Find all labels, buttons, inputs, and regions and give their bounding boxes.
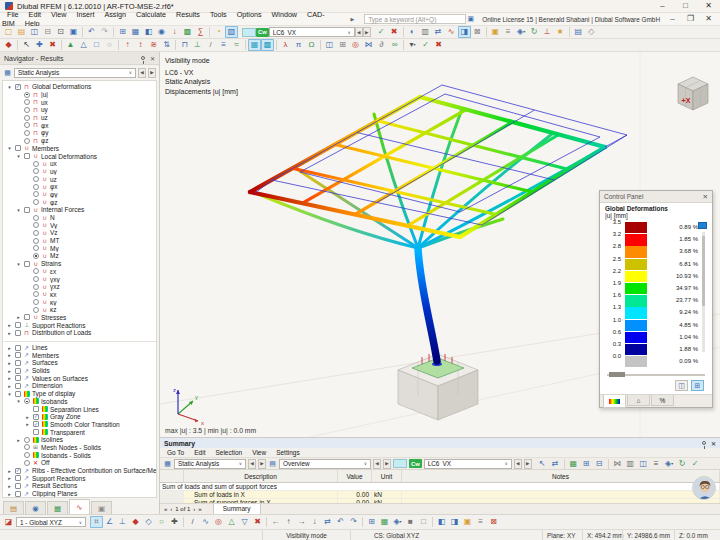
- table-view-icon[interactable]: ⊞: [336, 39, 349, 51]
- table-filter-icon[interactable]: ◈▾: [663, 458, 676, 470]
- factors-tab[interactable]: %: [651, 395, 674, 406]
- support-tool-icon[interactable]: ⊥: [191, 39, 204, 51]
- refresh-icon[interactable]: ↻: [528, 26, 541, 38]
- work-plane-icon[interactable]: ◪: [2, 516, 15, 528]
- grid-snap-icon[interactable]: ⌗: [90, 516, 103, 528]
- line-load-icon[interactable]: ↕: [134, 39, 147, 51]
- color-scale-tab[interactable]: [603, 395, 626, 408]
- pin-icon[interactable]: [141, 56, 145, 60]
- tree-item-u[interactable]: ⊓|u|: [4, 91, 156, 99]
- prev-button[interactable]: ◀: [373, 459, 381, 469]
- checkbox[interactable]: [15, 145, 21, 151]
- checkbox[interactable]: [15, 352, 21, 358]
- move-down-icon[interactable]: →: [295, 516, 308, 528]
- radio-button[interactable]: [33, 291, 39, 297]
- expand-icon[interactable]: ▸: [6, 360, 13, 366]
- close-icon[interactable]: ✕: [703, 193, 708, 201]
- tree-item-distribution-of-loads[interactable]: ▸⊓Distribution of Loads: [4, 329, 156, 337]
- tree-item-transparent[interactable]: Transparent: [4, 428, 156, 436]
- checkbox[interactable]: [15, 330, 21, 336]
- radio-button[interactable]: [33, 245, 39, 251]
- more-tools-icon[interactable]: ▾▾: [406, 39, 419, 51]
- maximize-icon[interactable]: □: [679, 0, 692, 12]
- checkbox[interactable]: [15, 368, 21, 374]
- tables-icon[interactable]: ⊞: [116, 26, 129, 38]
- expand-icon[interactable]: ▸: [6, 468, 13, 474]
- tree-item-ux[interactable]: ∪ux: [4, 160, 156, 168]
- next-page-button[interactable]: ›: [193, 506, 195, 512]
- infinite-elements-icon[interactable]: ∞: [388, 39, 401, 51]
- expand-icon[interactable]: ▸: [6, 352, 13, 358]
- radio-button[interactable]: [33, 284, 39, 290]
- checkbox[interactable]: [15, 322, 21, 328]
- radio-button[interactable]: [33, 215, 39, 221]
- column-header[interactable]: Unit: [372, 470, 402, 482]
- check-model-icon[interactable]: ✓: [419, 39, 432, 51]
- opening-tool-icon[interactable]: ○: [103, 39, 116, 51]
- visibility-icon[interactable]: ▣: [489, 26, 502, 38]
- tree-item-z[interactable]: ⊓φz: [4, 137, 156, 145]
- radio-button[interactable]: [33, 307, 39, 313]
- tree-item-vy[interactable]: ∪Vy: [4, 221, 156, 229]
- close-icon[interactable]: ✕: [150, 55, 155, 62]
- tree-item-xy[interactable]: ∪γxy: [4, 275, 156, 283]
- radio-button[interactable]: [33, 184, 39, 190]
- checkbox[interactable]: [24, 261, 30, 267]
- next-load-case-button[interactable]: ▶: [363, 27, 371, 37]
- collapse-icon[interactable]: ▾: [15, 153, 22, 159]
- mesh-display-icon[interactable]: ▦: [248, 39, 261, 51]
- column-header[interactable]: Description: [184, 470, 338, 482]
- calculate-icon[interactable]: ∑: [194, 26, 207, 38]
- outline-icon[interactable]: □: [417, 516, 430, 528]
- menu-file[interactable]: File: [2, 10, 24, 19]
- summary-load-case-combo[interactable]: LC6 VX ∨: [424, 459, 512, 469]
- checkbox[interactable]: [15, 391, 21, 397]
- radio-button[interactable]: [24, 130, 30, 136]
- radio-button[interactable]: [24, 122, 30, 128]
- column-header[interactable]: Value: [338, 470, 372, 482]
- tree-item-uz[interactable]: ⊓uz: [4, 114, 156, 122]
- checkbox[interactable]: ✓: [33, 421, 39, 427]
- next-button[interactable]: ▶: [383, 459, 391, 469]
- move-right-icon[interactable]: ↓: [308, 516, 321, 528]
- close-icon[interactable]: ✕: [702, 0, 715, 12]
- tree-item-n[interactable]: ∪N: [4, 214, 156, 222]
- tree-item-vz[interactable]: ∪Vz: [4, 229, 156, 237]
- expand-icon[interactable]: ▸: [6, 375, 13, 381]
- analysis-type-combo[interactable]: Static Analysis ∨: [14, 68, 136, 78]
- checkbox[interactable]: [15, 483, 21, 489]
- checkbox[interactable]: [24, 314, 30, 320]
- menu-results[interactable]: Results: [171, 10, 205, 19]
- insert-table-icon[interactable]: ⊞: [580, 458, 593, 470]
- new-icon[interactable]: ▢: [2, 26, 15, 38]
- radio-button[interactable]: [33, 238, 39, 244]
- tree-item-mesh-nodes-solids[interactable]: ⊞Mesh Nodes - Solids: [4, 444, 156, 452]
- menu-options[interactable]: Options: [232, 10, 267, 19]
- save-icon[interactable]: ◫: [28, 26, 41, 38]
- compare-icon[interactable]: ⇄: [432, 26, 445, 38]
- summary-menu-selection[interactable]: Selection: [210, 449, 247, 456]
- parameters-icon[interactable]: π: [292, 39, 305, 51]
- results-navigator-tab[interactable]: ∿: [69, 499, 90, 514]
- menu-view[interactable]: View: [46, 10, 71, 19]
- radio-button[interactable]: [33, 191, 39, 197]
- close-child-icon[interactable]: ✕: [702, 13, 715, 25]
- tree-item-local-deformations[interactable]: ▾∪Local Deformations: [4, 152, 156, 160]
- loads-icon[interactable]: ↓: [168, 26, 181, 38]
- undo-icon[interactable]: ↶: [85, 26, 98, 38]
- minimize-child-icon[interactable]: –: [666, 13, 679, 25]
- stop-icon[interactable]: ✖: [432, 39, 445, 51]
- draw-polygon-icon[interactable]: △: [225, 516, 238, 528]
- tree-item-uy[interactable]: ∪uy: [4, 168, 156, 176]
- tree-item-result-sections[interactable]: ▸↗Result Sections: [4, 482, 156, 490]
- move-left-icon[interactable]: ←: [269, 516, 282, 528]
- apply-icon[interactable]: ✓: [375, 26, 388, 38]
- last-page-button[interactable]: »: [198, 506, 201, 512]
- mesh-icon[interactable]: ▩: [181, 26, 194, 38]
- row-filter-icon[interactable]: ≡: [650, 458, 663, 470]
- checkbox[interactable]: [15, 345, 21, 351]
- window-layout-icon[interactable]: ◫: [323, 39, 336, 51]
- tree-item-dimension[interactable]: ▸↗Dimension: [4, 382, 156, 390]
- expand-icon[interactable]: ▸: [6, 345, 13, 351]
- tree-item-x[interactable]: ∪εx: [4, 268, 156, 276]
